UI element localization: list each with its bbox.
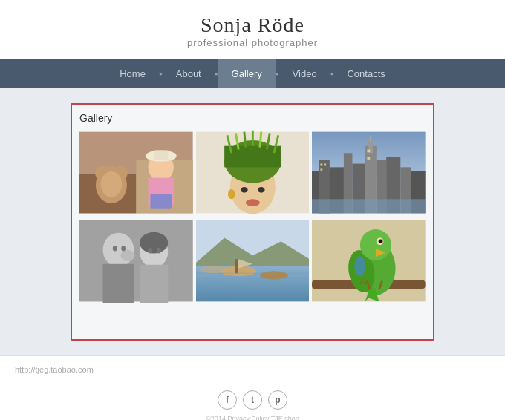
social-pinterest[interactable]: p <box>268 390 287 410</box>
main-nav: Home ● About ● Gallery ● Video ● Contact… <box>0 59 505 88</box>
gallery-grid <box>79 130 426 303</box>
nav-list: Home ● About ● Gallery ● Video ● Contact… <box>106 59 399 88</box>
nav-item-contacts: Contacts <box>333 59 398 88</box>
site-title: Sonja Röde <box>0 13 505 37</box>
svg-rect-49 <box>102 264 134 303</box>
svg-rect-44 <box>368 157 371 160</box>
nav-link-video[interactable]: Video <box>279 59 330 88</box>
nav-item-about: About <box>163 59 215 88</box>
gallery-item-2[interactable] <box>196 130 310 215</box>
svg-point-57 <box>157 248 161 254</box>
site-subtitle: professional photographer <box>0 37 505 48</box>
nav-link-about[interactable]: About <box>163 59 215 88</box>
gallery-box: Gallery <box>71 103 434 341</box>
svg-line-20 <box>260 132 261 148</box>
svg-point-54 <box>113 246 117 252</box>
social-twitter[interactable]: t <box>243 390 262 410</box>
footer-url: http://tjeg.taobao.com <box>15 365 94 374</box>
gallery-item-5[interactable] <box>196 218 310 303</box>
svg-rect-42 <box>321 168 323 171</box>
footer-link-bar: http://tjeg.taobao.com <box>0 355 505 381</box>
svg-rect-45 <box>312 199 426 213</box>
svg-rect-41 <box>325 164 327 166</box>
svg-rect-62 <box>235 259 238 273</box>
svg-point-24 <box>245 199 259 206</box>
main-content: Gallery <box>0 88 505 355</box>
nav-link-gallery[interactable]: Gallery <box>218 59 276 88</box>
svg-rect-11 <box>150 194 172 209</box>
gallery-item-1[interactable] <box>79 130 193 215</box>
nav-item-video: Video <box>279 59 330 88</box>
footer-copyright: ©2014 Privacy Policy TJE shop <box>0 414 505 420</box>
svg-point-77 <box>355 256 366 276</box>
svg-point-67 <box>199 266 227 274</box>
svg-point-50 <box>120 250 134 261</box>
svg-point-75 <box>379 239 383 243</box>
svg-rect-35 <box>371 135 372 142</box>
social-icons: f t p <box>0 390 505 410</box>
nav-item-gallery: Gallery <box>218 59 276 88</box>
header: Sonja Röde professional photographer <box>0 0 505 59</box>
svg-rect-40 <box>321 164 323 166</box>
social-facebook[interactable]: f <box>218 390 237 410</box>
gallery-item-6[interactable] <box>312 218 426 303</box>
svg-rect-10 <box>154 150 168 160</box>
nav-link-home[interactable]: Home <box>106 59 159 88</box>
svg-rect-52 <box>140 265 168 303</box>
svg-rect-47 <box>79 220 193 302</box>
svg-rect-15 <box>224 146 281 168</box>
nav-item-home: Home <box>106 59 159 88</box>
svg-point-48 <box>102 233 134 267</box>
svg-rect-43 <box>368 149 371 152</box>
footer-bottom: f t p ©2014 Privacy Policy TJE shop <box>0 381 505 420</box>
svg-point-25 <box>241 187 248 193</box>
svg-line-18 <box>244 132 246 148</box>
gallery-item-3[interactable] <box>312 130 426 215</box>
svg-point-55 <box>121 246 126 252</box>
svg-point-56 <box>149 248 153 254</box>
svg-point-6 <box>101 171 123 197</box>
svg-point-53 <box>140 232 168 254</box>
gallery-item-4[interactable] <box>79 218 193 303</box>
gallery-heading: Gallery <box>79 112 426 124</box>
svg-point-26 <box>258 187 265 193</box>
svg-point-23 <box>228 189 235 199</box>
nav-link-contacts[interactable]: Contacts <box>333 59 398 88</box>
